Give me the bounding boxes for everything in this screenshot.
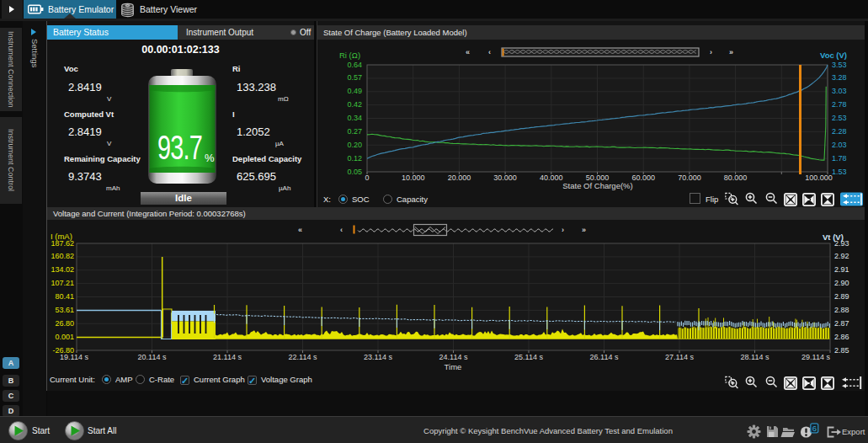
svg-text:6: 6 — [812, 424, 817, 433]
